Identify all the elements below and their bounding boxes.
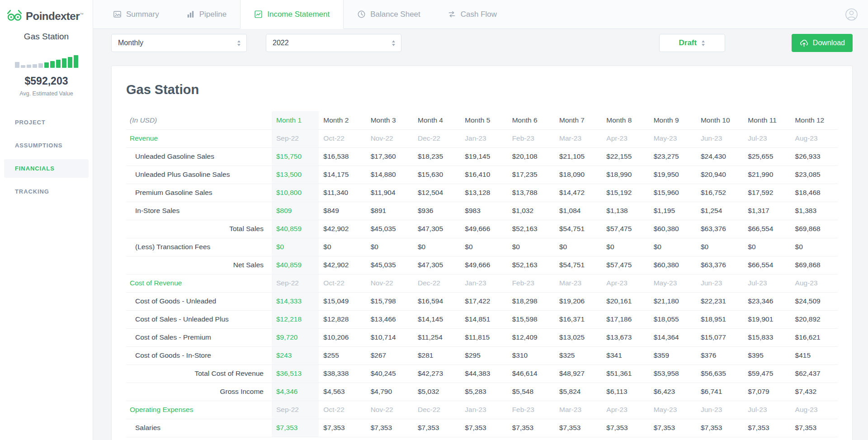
download-button[interactable]: Download [792, 34, 853, 52]
value-cell: $11,904 [366, 184, 413, 202]
tab-balance-sheet[interactable]: Balance Sheet [344, 0, 434, 28]
column-header: Month 3 [366, 111, 413, 129]
status-select[interactable]: Draft [659, 34, 725, 52]
value-cell: $24,430 [696, 147, 743, 166]
year-select[interactable]: 2022 [266, 34, 401, 52]
value-cell: $16,752 [696, 184, 743, 202]
table-row: Premium Gasoline Sales$10,800$11,340$11,… [126, 184, 838, 202]
value-cell: $69,868 [791, 256, 838, 274]
row-label: Cost of Goods - In-Store [126, 346, 272, 364]
chart-bar [44, 62, 49, 68]
value-cell: $0 [649, 238, 696, 256]
sidebar: Poindexter™ Gas Station $592,203 Avg. Es… [0, 0, 93, 440]
value-cell: $1,084 [555, 202, 602, 220]
value-cell: $15,598 [508, 310, 555, 328]
value-cell: $14,851 [460, 310, 507, 328]
date-cell: Nov-22 [366, 401, 413, 419]
sidebar-item-assumptions[interactable]: ASSUMPTIONS [4, 136, 89, 155]
value-cell: $18,951 [696, 310, 743, 328]
pipeline-icon [186, 10, 195, 19]
chart-bar [50, 61, 55, 68]
value-cell: $20,108 [508, 147, 555, 166]
value-cell: $18,090 [555, 166, 602, 184]
value-cell: $10,206 [319, 328, 366, 346]
chart-bar [21, 65, 25, 68]
estimated-value: $592,203 [0, 75, 93, 87]
value-cell: $14,145 [413, 310, 460, 328]
chart-bar [68, 57, 72, 68]
tab-cash-flow[interactable]: Cash Flow [434, 0, 510, 28]
sidebar-item-financials[interactable]: FINANCIALS [4, 159, 89, 178]
section-label: Cost of Revenue [126, 274, 272, 292]
logo[interactable]: Poindexter™ [0, 0, 93, 24]
total-label: Net Sales [126, 256, 272, 274]
tab-summary[interactable]: Summary [99, 0, 173, 28]
table-row: Net Sales$40,859$42,902$45,035$47,305$49… [126, 256, 838, 274]
value-cell: $0 [460, 238, 507, 256]
period-select[interactable]: Monthly [111, 34, 247, 52]
row-label: Cost of Sales - Unleaded Plus [126, 310, 272, 328]
account-button[interactable] [845, 8, 858, 21]
value-cell: $18,468 [791, 184, 838, 202]
value-cell: $341 [602, 346, 649, 364]
value-cell: $26,933 [791, 147, 838, 166]
value-cell: $19,901 [743, 310, 790, 328]
value-cell: $14,364 [649, 328, 696, 346]
download-button-label: Download [813, 39, 845, 47]
value-cell: $13,466 [366, 310, 413, 328]
value-cell: $0 [743, 238, 790, 256]
value-cell: $267 [366, 346, 413, 364]
column-header: Month 7 [555, 111, 602, 129]
value-cell: $18,298 [508, 292, 555, 310]
value-cell: $891 [366, 202, 413, 220]
value-cell: $63,376 [696, 256, 743, 274]
project-name: Gas Station [0, 32, 93, 42]
value-cell: $1,032 [508, 202, 555, 220]
column-header: Month 1 [272, 111, 319, 129]
value-cell: $17,592 [743, 184, 790, 202]
value-cell: $6,113 [602, 383, 649, 401]
value-cell: $7,353 [272, 419, 319, 437]
date-cell: Oct-22 [319, 401, 366, 419]
value-cell: $809 [272, 202, 319, 220]
value-cell: $21,180 [649, 292, 696, 310]
period-select-value: Monthly [118, 39, 143, 47]
value-cell: $18,235 [413, 147, 460, 166]
value-cell: $310 [508, 346, 555, 364]
chart-bar [15, 62, 19, 68]
value-cell: $20,892 [791, 310, 838, 328]
value-cell: $0 [508, 238, 555, 256]
tab-pipeline[interactable]: Pipeline [173, 0, 241, 28]
value-cell: $7,353 [743, 419, 790, 437]
value-cell: $15,750 [272, 147, 319, 166]
date-cell: May-23 [649, 274, 696, 292]
sidebar-item-tracking[interactable]: TRACKING [4, 182, 89, 201]
value-cell: $7,353 [602, 419, 649, 437]
value-cell: $23,346 [743, 292, 790, 310]
sidebar-nav: PROJECT ASSUMPTIONS FINANCIALS TRACKING [0, 113, 93, 201]
value-cell: $4,563 [319, 383, 366, 401]
value-cell: $48,927 [555, 364, 602, 383]
date-cell: Oct-22 [319, 129, 366, 147]
row-label: Salaries [126, 419, 272, 437]
value-cell: $57,475 [602, 220, 649, 238]
date-cell: Jan-23 [460, 129, 507, 147]
chart-bar [27, 65, 31, 68]
value-cell: $42,902 [319, 256, 366, 274]
value-cell: $12,828 [319, 310, 366, 328]
value-cell: $14,880 [366, 166, 413, 184]
value-cell: $7,353 [649, 419, 696, 437]
value-cell: $9,720 [272, 328, 319, 346]
table-row: Gross Income$4,346$4,563$4,790$5,032$5,2… [126, 383, 838, 401]
chart-bar [33, 64, 37, 68]
sidebar-item-project[interactable]: PROJECT [4, 113, 89, 132]
value-cell: $18,055 [649, 310, 696, 328]
value-cell: $51,361 [602, 364, 649, 383]
tab-income-statement[interactable]: Income Statement [240, 0, 344, 28]
value-cell: $936 [413, 202, 460, 220]
value-cell: $23,275 [649, 147, 696, 166]
value-cell: $16,621 [791, 328, 838, 346]
value-cell: $7,353 [460, 419, 507, 437]
value-cell: $359 [649, 346, 696, 364]
total-label: Total Sales [126, 220, 272, 238]
